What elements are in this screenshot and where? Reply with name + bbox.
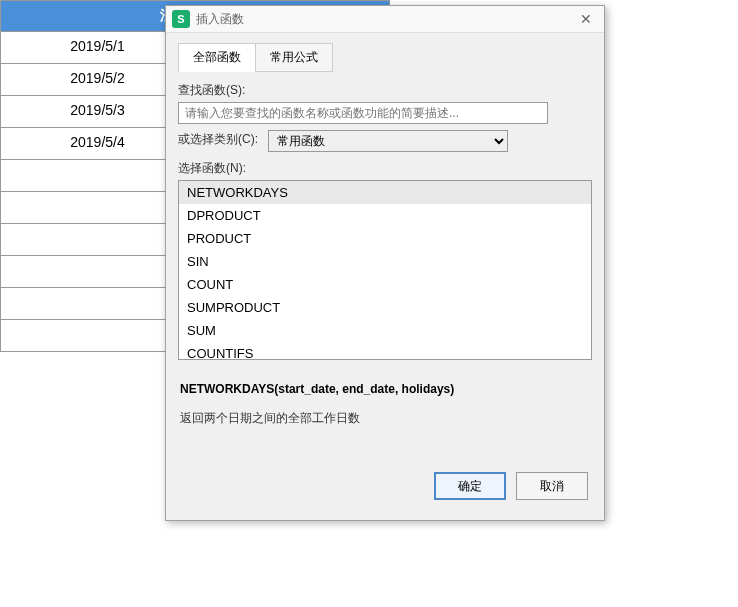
function-signature: NETWORKDAYS(start_date, end_date, holida… [180, 382, 590, 396]
select-func-label: 选择函数(N): [178, 160, 592, 177]
tab-common-formulas[interactable]: 常用公式 [255, 43, 333, 72]
description-area: NETWORKDAYS(start_date, end_date, holida… [178, 366, 592, 466]
insert-function-dialog: S 插入函数 ✕ 全部函数 常用公式 查找函数(S): 或选择类别(C): 常用… [165, 5, 605, 521]
function-item[interactable]: SIN [179, 250, 591, 273]
function-description: 返回两个日期之间的全部工作日数 [180, 410, 590, 427]
function-listbox[interactable]: NETWORKDAYS DPRODUCT PRODUCT SIN COUNT S… [178, 180, 592, 360]
cancel-button[interactable]: 取消 [516, 472, 588, 500]
button-row: 确定 取消 [178, 466, 592, 510]
dialog-title: 插入函数 [196, 11, 244, 28]
search-input[interactable] [178, 102, 548, 124]
function-item[interactable]: SUMPRODUCT [179, 296, 591, 319]
function-item[interactable]: NETWORKDAYS [179, 181, 591, 204]
function-item[interactable]: DPRODUCT [179, 204, 591, 227]
category-row: 或选择类别(C): 常用函数 [178, 130, 592, 152]
ok-button[interactable]: 确定 [434, 472, 506, 500]
close-icon: ✕ [580, 11, 592, 27]
search-label: 查找函数(S): [178, 82, 592, 99]
function-item[interactable]: PRODUCT [179, 227, 591, 250]
select-func-row: 选择函数(N): NETWORKDAYS DPRODUCT PRODUCT SI… [178, 160, 592, 360]
category-select[interactable]: 常用函数 [268, 130, 508, 152]
search-row: 查找函数(S): [178, 82, 592, 124]
app-icon: S [172, 10, 190, 28]
dialog-titlebar[interactable]: S 插入函数 ✕ [166, 6, 604, 33]
function-item[interactable]: COUNTIFS [179, 342, 591, 360]
titlebar-left: S 插入函数 [172, 10, 244, 28]
tab-all-functions[interactable]: 全部函数 [178, 43, 256, 72]
close-button[interactable]: ✕ [574, 10, 598, 28]
dialog-body: 全部函数 常用公式 查找函数(S): 或选择类别(C): 常用函数 选择函数(N… [166, 33, 604, 520]
tabs: 全部函数 常用公式 [178, 43, 592, 72]
function-item[interactable]: SUM [179, 319, 591, 342]
category-label: 或选择类别(C): [178, 131, 258, 148]
function-item[interactable]: COUNT [179, 273, 591, 296]
